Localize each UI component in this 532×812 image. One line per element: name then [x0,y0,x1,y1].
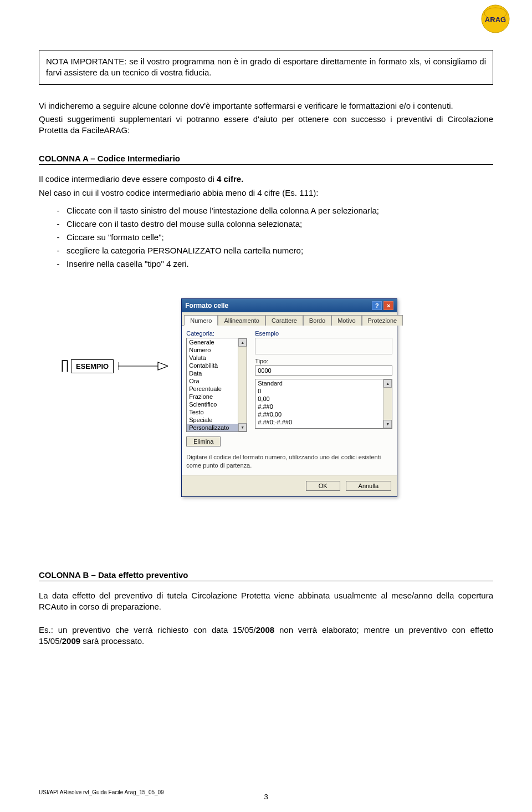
cat-item-selected[interactable]: Personalizzato [187,424,238,432]
cat-item[interactable]: Ora [187,377,238,385]
type-item[interactable]: 0,00 [255,395,383,403]
list-item: Cliccare con il tasto destro del mouse s… [66,217,493,231]
ok-button[interactable]: OK [306,481,340,491]
scroll-up-icon[interactable]: ▲ [238,338,247,347]
dialog-tabs: Numero Allineamento Carattere Bordo Moti… [182,312,397,326]
svg-text:ARAG: ARAG [485,16,506,24]
section-a-heading: COLONNA A – Codice Intermediario [39,154,493,163]
cat-item[interactable]: Percentuale [187,385,238,393]
bracket-icon: ⎡⎤ [61,360,66,372]
tab-carattere[interactable]: Carattere [265,315,303,326]
type-item[interactable]: #.##0;-#.##0 [255,418,383,426]
tab-protezione[interactable]: Protezione [362,315,403,326]
esempio-callout: ⎡⎤ ESEMPIO [61,359,168,373]
tab-numero[interactable]: Numero [184,315,218,326]
type-item[interactable]: #.##0 [255,403,383,410]
list-item: Inserire nella casella "tipo" 4 zeri. [66,257,493,271]
tipo-listbox[interactable]: Standard 0 0,00 #.##0 #.##0,00 #.##0;-#.… [255,379,392,429]
section-a-rule [39,164,493,165]
type-item[interactable]: Standard [255,379,383,387]
scroll-down-icon[interactable]: ▼ [383,420,392,428]
cat-item[interactable]: Data [187,369,238,377]
cancel-button[interactable]: Annulla [346,481,392,491]
instruction-list: Cliccate con il tasto sinistro del mouse… [39,204,493,271]
tipo-label: Tipo: [255,358,392,364]
page-number: 3 [264,793,268,801]
tab-motivo[interactable]: Motivo [331,315,361,326]
section-b-heading: COLONNA B – Data effetto preventivo [39,570,493,580]
type-item[interactable]: #.##0,00 [255,410,383,418]
cat-item[interactable]: Testo [187,408,238,416]
cat-item[interactable]: Scientifico [187,400,238,408]
cat-item[interactable]: Frazione [187,393,238,400]
type-item[interactable]: 0 [255,387,383,395]
section-b-p2: Es.: un preventivo che verrà richiesto c… [39,625,493,647]
arrow-right-icon [118,359,168,373]
sample-preview [255,338,392,354]
cat-item[interactable]: Numero [187,346,238,354]
section-a-p1: Il codice intermediario deve essere comp… [39,174,493,185]
dialog-hint: Digitare il codice del formato numero, u… [186,453,392,470]
list-item: scegliere la categoria PERSONALIZZATO ne… [66,244,493,257]
cat-item[interactable]: Speciale [187,416,238,424]
elimina-button[interactable]: Elimina [186,437,221,446]
intro-paragraph-1: Vi indicheremo a seguire alcune colonne … [39,100,493,111]
close-icon[interactable]: × [383,301,393,310]
cat-item[interactable]: Generale [187,338,238,346]
scroll-down-icon[interactable]: ▼ [238,423,247,432]
tab-bordo[interactable]: Bordo [303,315,331,326]
cat-item[interactable]: Contabilità [187,362,238,369]
list-item: Cliccate con il tasto sinistro del mouse… [66,204,493,217]
categoria-label: Categoria: [186,330,247,337]
section-b-rule [39,581,493,581]
esempio-field-label: Esempio [255,330,392,337]
help-icon[interactable]: ? [372,301,382,310]
dialog-title-text: Formato celle [185,302,228,309]
format-cells-dialog: Formato celle ? × Numero Allineamento Ca… [181,298,397,497]
tipo-input[interactable] [255,366,392,375]
cat-item[interactable]: Valuta [187,354,238,362]
list-item: Ciccare su "formato celle"; [66,231,493,244]
categoria-listbox[interactable]: Generale Numero Valuta Contabilità Data … [186,338,247,432]
section-b-p1: La data effetto del preventivo di tutela… [39,590,493,613]
tab-allineamento[interactable]: Allineamento [218,315,265,326]
intro-paragraph-2: Questi suggerimenti supplementari vi pot… [39,114,493,136]
svg-marker-4 [158,362,168,370]
nota-importante-box: NOTA IMPORTANTE: se il vostro programma … [39,50,493,85]
nota-text: NOTA IMPORTANTE: se il vostro programma … [46,57,486,77]
section-a-p2: Nel caso in cui il vostro codice interme… [39,187,493,199]
dialog-titlebar: Formato celle ? × [182,299,397,312]
scroll-up-icon[interactable]: ▲ [383,379,392,388]
arag-logo: ARAG [481,4,510,33]
esempio-label: ESEMPIO [71,359,114,373]
